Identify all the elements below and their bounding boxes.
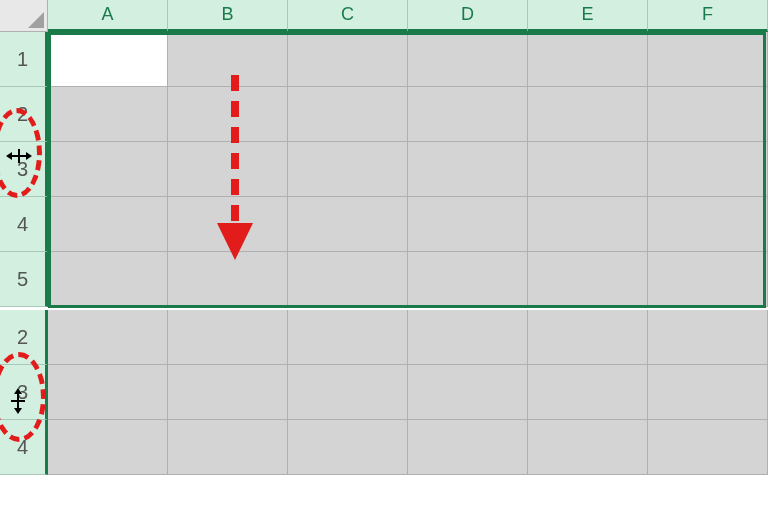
row-header-2b[interactable]: 2	[0, 310, 48, 365]
row-header-4b[interactable]: 4	[0, 420, 48, 475]
cell-a4[interactable]	[48, 197, 168, 252]
row-header-4[interactable]: 4	[0, 197, 48, 252]
cell-c1[interactable]	[288, 32, 408, 87]
cell-b1[interactable]	[168, 32, 288, 87]
cell-e2b[interactable]	[528, 310, 648, 365]
cell-d2b[interactable]	[408, 310, 528, 365]
cell-a2[interactable]	[48, 87, 168, 142]
cell-c2b[interactable]	[288, 310, 408, 365]
cell-f3b[interactable]	[648, 365, 768, 420]
cell-f1[interactable]	[648, 32, 768, 87]
top-pane: A B C D E F 1 2 3 4 5	[0, 0, 780, 310]
col-header-a[interactable]: A	[48, 0, 168, 32]
cell-e3[interactable]	[528, 142, 648, 197]
cell-d3[interactable]	[408, 142, 528, 197]
cell-f2b[interactable]	[648, 310, 768, 365]
cell-e2[interactable]	[528, 87, 648, 142]
row-header-2[interactable]: 2	[0, 87, 48, 142]
cell-e3b[interactable]	[528, 365, 648, 420]
row-header-5[interactable]: 5	[0, 252, 48, 307]
cell-d3b[interactable]	[408, 365, 528, 420]
cell-b3[interactable]	[168, 142, 288, 197]
cell-d1[interactable]	[408, 32, 528, 87]
cell-b3b[interactable]	[168, 365, 288, 420]
cell-a3b[interactable]	[48, 365, 168, 420]
col-header-e[interactable]: E	[528, 0, 648, 32]
spreadsheet-container: A B C D E F 1 2 3 4 5	[0, 0, 780, 520]
cell-f4[interactable]	[648, 197, 768, 252]
cell-d2[interactable]	[408, 87, 528, 142]
cell-e4b[interactable]	[528, 420, 648, 475]
cell-e1[interactable]	[528, 32, 648, 87]
cell-grid-top	[48, 32, 768, 307]
cell-a4b[interactable]	[48, 420, 168, 475]
cell-grid-bottom	[48, 310, 768, 475]
cell-e4[interactable]	[528, 197, 648, 252]
row-header-1[interactable]: 1	[0, 32, 48, 87]
cell-c5[interactable]	[288, 252, 408, 307]
cell-f3[interactable]	[648, 142, 768, 197]
cell-a2b[interactable]	[48, 310, 168, 365]
cell-f2[interactable]	[648, 87, 768, 142]
row-header-3b[interactable]: 3	[0, 365, 48, 420]
cell-e5[interactable]	[528, 252, 648, 307]
cell-c3[interactable]	[288, 142, 408, 197]
cell-d5[interactable]	[408, 252, 528, 307]
cell-a1[interactable]	[48, 32, 168, 87]
cell-c4b[interactable]	[288, 420, 408, 475]
cell-c4[interactable]	[288, 197, 408, 252]
cell-b4b[interactable]	[168, 420, 288, 475]
select-all-corner[interactable]	[0, 0, 48, 32]
cell-b5[interactable]	[168, 252, 288, 307]
row-header-3[interactable]: 3	[0, 142, 48, 197]
col-header-b[interactable]: B	[168, 0, 288, 32]
cell-c2[interactable]	[288, 87, 408, 142]
col-header-c[interactable]: C	[288, 0, 408, 32]
cell-b4[interactable]	[168, 197, 288, 252]
cell-d4[interactable]	[408, 197, 528, 252]
col-header-f[interactable]: F	[648, 0, 768, 32]
row-headers-bottom: 2 3 4	[0, 310, 48, 475]
cell-b2b[interactable]	[168, 310, 288, 365]
cell-a5[interactable]	[48, 252, 168, 307]
cell-b2[interactable]	[168, 87, 288, 142]
row-headers-top: 1 2 3 4 5	[0, 32, 48, 307]
bottom-pane: 2 3 4	[0, 310, 780, 520]
cell-c3b[interactable]	[288, 365, 408, 420]
cell-a3[interactable]	[48, 142, 168, 197]
cell-f4b[interactable]	[648, 420, 768, 475]
column-headers: A B C D E F	[48, 0, 768, 32]
cell-d4b[interactable]	[408, 420, 528, 475]
cell-f5[interactable]	[648, 252, 768, 307]
col-header-d[interactable]: D	[408, 0, 528, 32]
